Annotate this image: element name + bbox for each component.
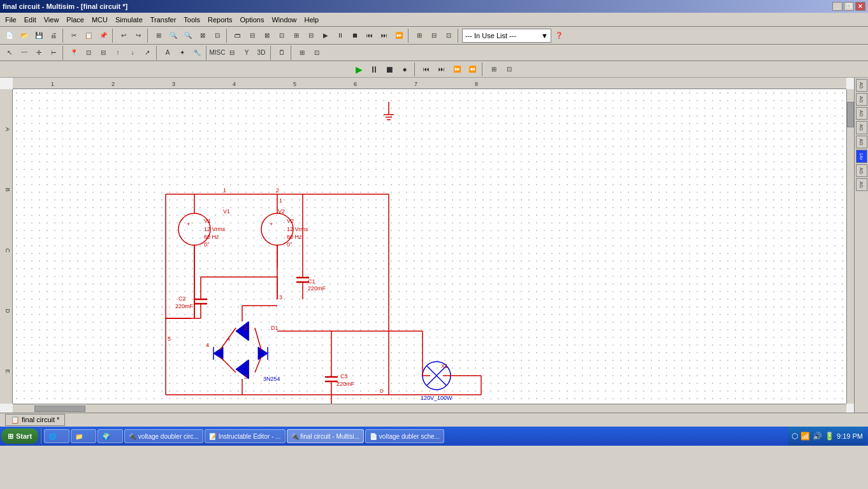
right-panel-btn-2[interactable]: AG [856, 93, 867, 106]
taskbar-btn-folder[interactable]: 📁 [71, 429, 96, 443]
3d-btn[interactable]: 3D [254, 46, 268, 60]
vertical-scrollbar[interactable] [846, 89, 854, 404]
comp-btn6[interactable]: ⊟ [304, 29, 318, 43]
sim-btn6[interactable]: ⏩ [392, 29, 406, 43]
sim-step2-btn[interactable]: ⏭ [435, 62, 449, 76]
menu-edit[interactable]: Edit [20, 15, 40, 25]
menu-transfer[interactable]: Transfer [147, 15, 180, 25]
right-panel-btn-5[interactable]: AG [856, 136, 867, 148]
taskbar-btn-voltage-dubler[interactable]: 📄 voltage dubler sche... [365, 429, 444, 443]
taskbar-btn-ie[interactable]: 🌐 [44, 429, 69, 443]
select-btn[interactable]: ↖ [3, 46, 17, 60]
cut-btn[interactable]: ✂ [67, 29, 81, 43]
comp-db-btn[interactable]: 🗃 [231, 29, 245, 43]
redo-btn[interactable]: ↪ [131, 29, 145, 43]
place-inst-btn[interactable]: 🔧 [190, 46, 204, 60]
comp-prop-btn[interactable]: ⊞ [295, 46, 309, 60]
help-btn[interactable]: ❓ [552, 29, 566, 43]
sim-step3-btn[interactable]: ⏩ [450, 62, 464, 76]
v-scroll-thumb[interactable] [847, 102, 854, 127]
sim-run-btn[interactable]: ▶ [352, 62, 366, 76]
menu-tools[interactable]: Tools [180, 15, 204, 25]
menu-window[interactable]: Window [268, 15, 300, 25]
comp-btn2[interactable]: ⊟ [245, 29, 259, 43]
zoom-sel-btn[interactable]: ⊡ [210, 29, 224, 43]
sim-misc1-btn[interactable]: ⊞ [487, 62, 501, 76]
h-scroll-thumb[interactable] [34, 406, 85, 412]
restore-btn[interactable]: ❐ [844, 2, 854, 11]
zoom-fit-btn[interactable]: ⊞ [152, 29, 166, 43]
misc-btn1[interactable]: ⊞ [412, 29, 426, 43]
place-port-btn[interactable]: ⊡ [82, 46, 96, 60]
menu-mcu[interactable]: MCU [88, 15, 112, 25]
save-btn[interactable]: 💾 [32, 29, 46, 43]
start-button[interactable]: ⊞ Start [1, 429, 38, 444]
right-panel-btn-8[interactable]: AG [856, 178, 867, 191]
var-comp-btn[interactable]: Y [240, 46, 254, 60]
netlist-btn[interactable]: 🗒 [275, 46, 289, 60]
comp-btn5[interactable]: ⊞ [289, 29, 303, 43]
sim-probe-btn[interactable]: ● [398, 62, 412, 76]
sim-btn2[interactable]: ⏸ [333, 29, 347, 43]
network-icon[interactable]: 📶 [800, 432, 810, 441]
right-panel-btn-3[interactable]: AG [856, 107, 867, 120]
sim-misc2-btn[interactable]: ⊡ [502, 62, 516, 76]
taskbar-btn-final-circuit[interactable]: 🔌 final circuit - Multisi... [287, 429, 365, 443]
place-probe-btn[interactable]: ✦ [175, 46, 189, 60]
misc-comp-btn[interactable]: MISC [210, 46, 224, 60]
place-bus-entry[interactable]: ↗ [140, 46, 154, 60]
rated-comp-btn[interactable]: ⊟ [225, 46, 239, 60]
in-use-list-dropdown[interactable]: --- In Use List --- ▼ [462, 29, 551, 43]
right-panel-btn-4[interactable]: AG [856, 121, 867, 134]
menu-file[interactable]: File [1, 15, 20, 25]
menu-simulate[interactable]: Simulate [112, 15, 147, 25]
wire-btn[interactable]: 〰 [17, 46, 31, 60]
sim-btn5[interactable]: ⏭ [377, 29, 391, 43]
comp-btn3[interactable]: ⊠ [260, 29, 274, 43]
canvas-area[interactable]: 1 2 3 4 5 6 7 8 A B C D E [0, 78, 854, 413]
place-pin-btn[interactable]: 📍 [67, 46, 81, 60]
place-gnd-btn[interactable]: ↓ [126, 46, 140, 60]
zoom-out-btn[interactable]: 🔍 [181, 29, 195, 43]
menu-place[interactable]: Place [62, 15, 88, 25]
horizontal-scrollbar[interactable] [13, 404, 846, 413]
volume-icon[interactable]: 🔊 [813, 432, 822, 441]
menu-help[interactable]: Help [301, 15, 323, 25]
misc-btn2[interactable]: ⊟ [427, 29, 441, 43]
zoom-in-btn[interactable]: 🔍 [166, 29, 180, 43]
sim-btn1[interactable]: ▶ [319, 29, 333, 43]
undo-btn[interactable]: ↩ [117, 29, 131, 43]
sim-step4-btn[interactable]: ⏪ [465, 62, 479, 76]
copy-btn[interactable]: 📋 [82, 29, 96, 43]
battery-icon[interactable]: 🔋 [825, 432, 834, 441]
new-btn[interactable]: 📄 [3, 29, 17, 43]
net-prop-btn[interactable]: ⊡ [310, 46, 324, 60]
zoom-area-btn[interactable]: ⊠ [196, 29, 210, 43]
taskbar-btn-chrome[interactable]: 🌍 [98, 429, 123, 443]
schematic-canvas[interactable]: + V1 12 Vrms 60 Hz 0° + V2 12 Vrms 60 Hz… [13, 89, 846, 404]
minimize-btn[interactable]: _ [832, 2, 843, 11]
sim-stop-btn[interactable]: ⏹ [382, 62, 396, 76]
paste-btn[interactable]: 📌 [96, 29, 110, 43]
circuit-tab[interactable]: 📋 final circuit * [5, 414, 65, 426]
misc-btn3[interactable]: ⊡ [442, 29, 456, 43]
sim-pause-btn[interactable]: ⏸ [367, 62, 381, 76]
right-panel-btn-6[interactable]: 14v [856, 150, 867, 163]
menu-reports[interactable]: Reports [204, 15, 236, 25]
menu-options[interactable]: Options [236, 15, 268, 25]
taskbar-btn-voltage-doubler[interactable]: 🔌 voltage doubler circ... [124, 429, 203, 443]
sim-step1-btn[interactable]: ⏮ [419, 62, 433, 76]
close-btn[interactable]: ✕ [855, 2, 865, 11]
place-offpage-btn[interactable]: ⊟ [96, 46, 110, 60]
junction-btn[interactable]: ✛ [32, 46, 46, 60]
sim-btn3[interactable]: ⏹ [348, 29, 362, 43]
bus-btn[interactable]: ⊢ [47, 46, 61, 60]
place-text-btn[interactable]: A [161, 46, 175, 60]
place-vcc-btn[interactable]: ↑ [111, 46, 125, 60]
open-btn[interactable]: 📂 [17, 29, 31, 43]
taskbar-btn-instructable[interactable]: 📝 Instructable Editor - ... [205, 429, 286, 443]
print-btn[interactable]: 🖨 [47, 29, 61, 43]
sim-btn4[interactable]: ⏮ [363, 29, 377, 43]
comp-btn4[interactable]: ⊡ [275, 29, 289, 43]
right-panel-btn-7[interactable]: AG [856, 164, 867, 177]
